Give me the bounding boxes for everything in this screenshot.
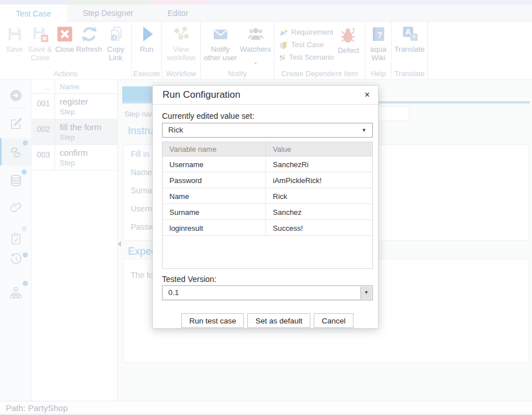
svg-text:*: * [413,34,415,41]
step-type: Step [60,107,117,116]
hierarchy-sitemap-icon[interactable] [9,286,23,300]
tested-version-combobox[interactable]: 0.1 ▼ [162,285,373,300]
save-label: Save [6,45,23,62]
instruction-line: Surna [131,186,152,195]
step-row-002[interactable]: 002 fill the form Step [32,119,117,145]
step-row-001[interactable]: 001 register Step [32,94,117,119]
app-window: Test Case Step Designer Editor Save [0,0,532,415]
dialog-footer: Run test case Set as default Cancel [162,313,373,328]
variable-value-cell[interactable]: iAmPickleRick! [266,172,372,188]
step-name-label: Step nam [124,110,156,118]
expected-line: The fo [131,271,153,280]
test-scenario-icon [279,53,286,62]
instruction-line: Name [131,168,152,177]
instruction-line: Passw [131,222,154,231]
run-configuration-dialog: Run Configuration × Currently edited val… [152,85,379,329]
variable-value-cell[interactable]: SanchezRi [266,156,372,172]
close-label: Close [55,45,74,62]
badge-dot-history [23,252,28,258]
save-and-close-button: Save & Close [27,25,53,62]
save-button: Save [2,25,27,62]
run-icon [138,25,156,43]
steps-list-panel: ... Name 001 register Step 002 fill the … [32,80,118,401]
watchers-button[interactable]: Watchers ▾ [239,25,273,65]
badge-dot-hierarchy [23,281,28,286]
sidebar-active-bar [0,138,2,165]
svg-text:A: A [405,27,410,36]
strip-stepdesigner [67,0,149,5]
step-type: Step [60,133,117,142]
group-label-execute: Execute [132,69,161,78]
group-label-create-dependent-item: Create Dependent Item [275,69,365,78]
refresh-button[interactable]: Refresh [76,25,102,62]
chevron-down-icon: ▾ [254,62,256,65]
close-button[interactable]: Close [53,25,76,62]
variable-value-cell[interactable]: Success! [266,220,372,235]
copy-link-button[interactable]: Copy Link [102,25,130,62]
create-defect-button[interactable]: Defect [334,26,363,64]
run-test-case-button[interactable]: Run test case [181,313,244,328]
instruction-line: Fill in [131,150,149,159]
test-steps-icon[interactable] [9,146,23,159]
edit-icon[interactable] [9,117,23,131]
svg-text:?: ? [377,30,382,39]
dialog-body: Currently edited value set: Rick ▼ Varia… [153,105,378,328]
translate-button[interactable]: A * Translate [393,25,427,62]
table-row[interactable]: Name Rick [163,188,372,204]
variable-value-cell[interactable]: Sanchez [266,204,372,219]
step-name: confirm [60,148,117,157]
notify-other-user-button[interactable]: Notify other user [202,25,239,62]
tab-color-strip [0,0,532,5]
test-case-label: Test Case [291,40,324,49]
aqua-wiki-button[interactable]: ? aqua Wiki [366,25,391,62]
tab-step-designer[interactable]: Step Designer [67,5,149,22]
steps-column-menu: ... [32,80,55,93]
workflow-icon [172,25,190,43]
variable-value-cell[interactable]: Rick [266,188,372,204]
test-scenario-label: Test Scenario [289,53,334,61]
tab-editor[interactable]: Editor [149,5,207,22]
group-label-translate: Translate [392,69,427,78]
cancel-button[interactable]: Cancel [314,313,354,328]
run-button[interactable]: Run [132,25,161,62]
history-icon[interactable] [9,252,23,265]
table-row[interactable]: Password iAmPickleRick! [163,172,372,188]
create-test-case-button[interactable]: Test Case [279,39,334,51]
table-row[interactable]: loginresult Success! [163,220,372,236]
variable-name-cell: Surname [163,204,266,219]
database-icon[interactable] [9,174,23,188]
collapse-panel-arrow-icon[interactable] [118,241,121,247]
save-icon [6,25,24,43]
tab-test-case[interactable]: Test Case [0,5,67,22]
badge-dot-clipboard [22,226,27,231]
copy-link-label: Copy Link [102,45,130,62]
set-as-default-button[interactable]: Set as default [247,313,310,328]
refresh-icon [80,25,98,43]
badge-dot-steps [23,140,28,146]
variables-table-header: Variable name Value [163,142,372,156]
step-number: 002 [32,119,55,144]
step-row-003[interactable]: 003 confirm Step [32,145,117,171]
value-set-selected: Rick [168,126,183,134]
clipboard-check-icon[interactable] [9,232,23,246]
table-row[interactable]: Surname Sanchez [163,204,372,220]
go-arrow-icon[interactable] [9,89,23,102]
group-label-actions: Actions [0,69,131,78]
create-test-scenario-button[interactable]: Test Scenario [279,51,334,63]
envelope-icon [211,25,230,43]
test-case-icon [279,40,288,49]
run-label: Run [140,45,153,62]
variables-table: Variable name Value Username SanchezRi P… [162,142,373,269]
ribbon-group-workflow: View workflow Workflow [162,22,201,80]
variable-name-cell: Username [163,156,266,172]
combobox-dropdown-button[interactable]: ▼ [360,287,372,299]
step-type: Step [60,159,117,167]
translate-icon: A * [401,25,419,43]
close-dialog-button[interactable]: × [361,89,373,101]
table-row[interactable]: Username SanchezRi [163,156,372,172]
requirement-icon [279,28,288,37]
create-requirement-button[interactable]: Requirement [279,26,334,38]
attachments-paperclip-icon[interactable] [9,201,23,214]
value-set-dropdown[interactable]: Rick ▼ [162,123,373,138]
tested-version-label: Tested Version: [162,275,373,284]
